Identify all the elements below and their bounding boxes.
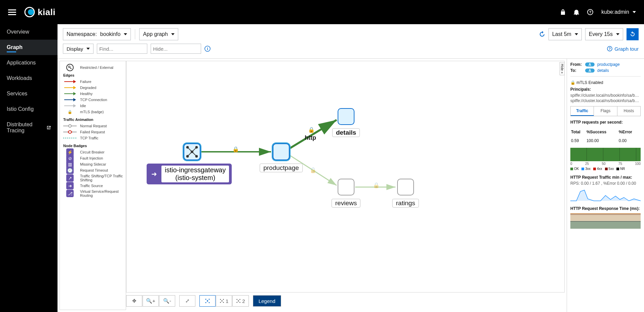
svg-line-25	[188, 152, 192, 156]
svg-point-36	[223, 302, 224, 303]
display-dropdown[interactable]: Display	[63, 44, 93, 54]
svg-line-26	[192, 152, 196, 156]
svg-point-40	[237, 302, 238, 303]
sidebar-item-overview[interactable]: Overview	[0, 24, 58, 40]
zoom-in-button[interactable]: 🔍+	[143, 295, 159, 307]
chip-icon	[581, 168, 584, 170]
sidebar-item-istio-config[interactable]: Istio Config	[0, 101, 58, 117]
svg-point-1	[28, 9, 34, 15]
section-title: HTTP requests per second:	[570, 119, 641, 126]
svg-point-10	[69, 125, 71, 127]
section-title: HTTP Request Response Time (ms):	[570, 205, 641, 212]
tab-flags[interactable]: Flags	[594, 106, 617, 116]
legend-label: Missing Sidecar	[80, 162, 106, 166]
node-ratings[interactable]	[397, 179, 414, 195]
graph-tour-link[interactable]: ? Graph tour	[607, 46, 639, 52]
history-icon[interactable]	[539, 31, 545, 37]
sidebar-item-graph[interactable]: Graph	[0, 40, 58, 55]
graph-type-dropdown[interactable]: App graph	[139, 28, 178, 40]
node-reviews[interactable]	[338, 179, 354, 195]
lock-icon: 🔒	[63, 109, 77, 114]
sidebar-item-label: Applications	[7, 60, 36, 66]
tcp-traffic-icon	[63, 136, 77, 140]
hide-panel-tab[interactable]: Hide »	[560, 62, 565, 75]
sidebar-item-services[interactable]: Services	[0, 86, 58, 101]
node-label: productpage	[260, 164, 303, 172]
legend-label: Fault Injection	[80, 156, 103, 160]
svg-point-8	[69, 66, 70, 68]
namespace-dropdown[interactable]: Namespace: bookinfo	[63, 28, 131, 40]
legend-label: Traffic Shifting/TCP Traffic Shifting	[80, 174, 123, 182]
svg-point-39	[239, 299, 240, 300]
dropdown-value: Last 5m	[552, 31, 571, 37]
fit-button[interactable]: ⤢	[179, 295, 195, 307]
lock-icon[interactable]	[560, 9, 566, 15]
tab-label: Hosts	[623, 108, 634, 113]
from-link[interactable]: productpage	[597, 62, 620, 67]
layout-icon	[205, 298, 210, 304]
svg-point-27	[207, 300, 208, 302]
legend-label: Normal Request	[80, 124, 107, 128]
tab-label: Flags	[601, 108, 610, 113]
node-productpage[interactable]	[273, 143, 290, 160]
tab-label: Hide	[560, 64, 564, 71]
refresh-interval-dropdown[interactable]: Every 15s	[585, 28, 623, 40]
hamburger-icon[interactable]	[8, 9, 16, 15]
chip-label: 4xx	[597, 167, 602, 171]
info-icon[interactable]: i	[204, 46, 211, 52]
layout-default-button[interactable]	[199, 295, 216, 307]
zoom-out-button[interactable]: 🔍-	[159, 295, 175, 307]
label: From:	[570, 62, 582, 67]
th: %Error	[619, 128, 640, 136]
side-panel-tabs: Traffic Flags Hosts	[570, 106, 641, 116]
th: Total	[571, 128, 586, 136]
drag-button[interactable]: ✥	[126, 295, 142, 307]
failed-request-icon	[63, 130, 77, 134]
principal-value: spiffe://cluster.local/ns/bookinfo/sa/bo…	[570, 93, 641, 98]
traffic-shifting-icon: ↗	[66, 174, 74, 182]
graph-canvas[interactable]: 🔒 🔒 🔒 🔒 http ➜ istio-ingressgateway (ist…	[126, 61, 565, 293]
legend-label: TCP Traffic	[80, 136, 99, 140]
to-link[interactable]: details	[597, 68, 609, 73]
sidebar-item-label: Istio Config	[7, 106, 34, 112]
tab-hosts[interactable]: Hosts	[617, 106, 640, 116]
layout-2-button[interactable]: 2	[232, 295, 249, 307]
user-menu[interactable]: kube:admin	[601, 9, 636, 15]
label: To:	[570, 68, 582, 73]
legend-toggle-button[interactable]: Legend	[253, 295, 281, 307]
chip-icon	[570, 168, 573, 170]
chart-axis: 0 25 50 75 100	[570, 162, 641, 166]
key-icon	[66, 64, 74, 71]
sidebar-item-distributed-tracing[interactable]: Distributed Tracing	[0, 117, 58, 138]
node-details[interactable]	[338, 108, 354, 125]
svg-point-35	[220, 302, 221, 303]
sidebar-item-applications[interactable]: Applications	[0, 55, 58, 71]
arrow-icon	[64, 99, 76, 100]
legend-label: Circuit Breaker	[80, 150, 105, 154]
duration-dropdown[interactable]: Last 5m	[548, 28, 582, 40]
help-icon[interactable]: ?	[587, 9, 593, 15]
request-timeout-icon: 🕘	[66, 167, 74, 174]
hide-input[interactable]	[151, 44, 201, 54]
kiali-logo-icon	[24, 7, 35, 17]
chip-icon	[593, 168, 596, 170]
layout-1-button[interactable]: 1	[216, 295, 232, 307]
node-sublabel: (istio-system)	[175, 174, 215, 181]
refresh-button[interactable]	[627, 28, 639, 40]
legend-label: Idle	[80, 104, 86, 108]
bell-icon[interactable]	[574, 9, 579, 15]
caret-down-icon	[171, 33, 175, 35]
chip-label: OK	[574, 167, 579, 171]
user-name: kube:admin	[601, 9, 629, 15]
brand-text: kiali	[38, 7, 55, 17]
tick: 25	[585, 162, 589, 166]
tick: 75	[618, 162, 622, 166]
svg-text:i: i	[207, 47, 208, 51]
legend-panel: Restricted / External Edges Failure Degr…	[60, 61, 126, 310]
sidebar-item-workloads[interactable]: Workloads	[0, 71, 58, 86]
tab-traffic[interactable]: Traffic	[571, 106, 594, 116]
node-ingressgateway[interactable]	[184, 143, 200, 160]
find-input[interactable]	[97, 44, 147, 54]
button-label: 2	[242, 298, 245, 304]
toolbar-secondary: Display i ? Graph tour	[58, 40, 644, 58]
